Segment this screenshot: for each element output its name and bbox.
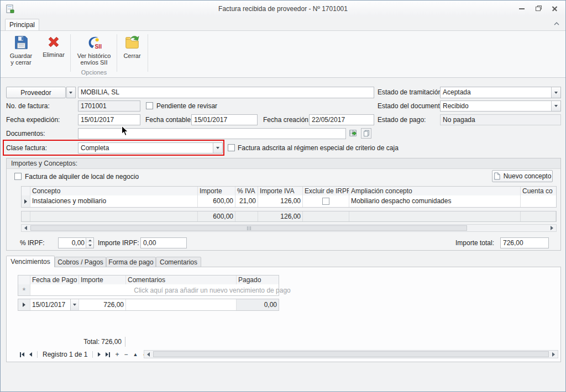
delete-record-icon[interactable]: − [124, 351, 128, 358]
col-importe-iva[interactable]: Importe IVA [258, 187, 303, 195]
edit-record-icon[interactable]: ▲ [133, 351, 138, 358]
delete-label: Eliminar [43, 51, 65, 58]
fecha-creacion-field[interactable]: 22/05/2017 [309, 114, 374, 125]
scroll-left-icon[interactable] [22, 225, 30, 231]
cell-importe[interactable]: 600,00 [198, 195, 235, 207]
first-record-button[interactable] [20, 352, 24, 357]
save-close-button[interactable]: Guardar y cerrar [5, 33, 37, 68]
importe-total-field[interactable]: 726,00 [500, 237, 549, 248]
restore-button[interactable] [534, 5, 542, 13]
criterio-caja-label[interactable]: Factura adscrita al régimen especial de … [238, 142, 399, 153]
estado-documento-combo[interactable]: Recibido [440, 100, 561, 112]
nuevo-concepto-label: Nuevo concepto [504, 172, 552, 180]
vencimientos-hscrollbar[interactable] [144, 350, 558, 358]
spin-up-icon[interactable] [86, 238, 93, 243]
alquiler-checkbox[interactable] [14, 173, 22, 180]
vencimiento-row: 15/01/2017 726,00 0,00 [18, 299, 279, 311]
chevron-down-icon[interactable] [70, 299, 78, 310]
cell-excluir-irpf [303, 195, 349, 207]
cell-fecha-pago[interactable]: 15/01/2017 [30, 299, 79, 310]
fecha-contable-label: Fecha contable: [145, 114, 192, 125]
spin-down-icon[interactable] [86, 243, 93, 248]
importe-irpf-label: Importe IRPF: [98, 237, 139, 248]
alquiler-label[interactable]: Factura de alquiler de local de negocio [25, 171, 139, 182]
collapse-ribbon-icon[interactable] [553, 22, 560, 26]
pendiente-revisar-checkbox[interactable] [146, 102, 153, 109]
importe-irpf-field[interactable]: 0,00 [140, 237, 187, 248]
col-ampliacion[interactable]: Ampliación concepto [349, 187, 521, 195]
cell-ampliacion[interactable]: Mobiliario despacho comunidades [349, 195, 521, 207]
scroll-right-icon[interactable] [548, 225, 556, 231]
chevron-down-icon[interactable] [551, 101, 560, 111]
documentos-field[interactable] [78, 128, 346, 139]
copy-document-button[interactable] [361, 128, 371, 139]
col-concepto[interactable]: Concepto [30, 187, 198, 195]
cell-cuenta[interactable] [521, 195, 556, 207]
proveedor-value-field[interactable]: MOBILIA, SL [78, 87, 374, 98]
irpf-spinner[interactable]: 0,00 [58, 237, 94, 248]
fecha-expedicion-field[interactable]: 15/01/2017 [78, 114, 140, 125]
no-factura-field[interactable]: 1701001 [78, 100, 140, 112]
col-importe[interactable]: Importe [198, 187, 235, 195]
fecha-expedicion-label: Fecha expedición: [6, 114, 60, 125]
close-form-button[interactable]: Cerrar [118, 33, 146, 68]
estado-tramitacion-combo[interactable]: Aceptada [440, 87, 561, 98]
tab-forma-pago[interactable]: Forma de pago [106, 257, 156, 267]
importes-group-title: Importes y Conceptos: [7, 158, 560, 169]
add-record-icon[interactable]: + [115, 351, 119, 358]
fecha-pago-value: 15/01/2017 [32, 301, 65, 309]
sii-history-button[interactable]: SII Ver histórico envíos SII [72, 33, 116, 68]
col-iva[interactable]: % IVA [235, 187, 258, 195]
cell-concepto[interactable]: Instalaciones y mobiliario [30, 195, 198, 207]
current-row-icon [18, 299, 30, 310]
cell-pagado[interactable]: 0,00 [237, 299, 279, 310]
last-record-button[interactable] [106, 352, 110, 357]
prev-record-button[interactable] [29, 352, 32, 357]
pendiente-revisar-label[interactable]: Pendiente de revisar [156, 100, 217, 112]
chevron-down-icon[interactable] [213, 143, 222, 153]
chevron-down-icon[interactable] [551, 87, 560, 98]
next-record-button[interactable] [98, 352, 101, 357]
tab-vencimientos[interactable]: Vencimientos [6, 256, 55, 267]
col-fecha-pago[interactable]: Fecha de Pago [30, 276, 79, 284]
cell-importe[interactable]: 726,00 [79, 299, 126, 310]
spinner-buttons[interactable] [86, 238, 93, 248]
importes-groupbox: Importes y Conceptos: Factura de alquile… [6, 158, 561, 251]
ribbon-separator [148, 34, 148, 72]
scrollbar-thumb[interactable] [153, 351, 549, 357]
col-importe[interactable]: Importe [79, 276, 126, 284]
ribbon: Guardar y cerrar Eliminar SII Ver histór… [1, 30, 565, 78]
scroll-right-icon[interactable] [549, 351, 558, 358]
close-button[interactable] [551, 5, 559, 13]
conceptos-hscrollbar[interactable] [21, 224, 557, 232]
proveedor-button[interactable]: Proveedor [6, 87, 66, 98]
ribbon-tabstrip: Principal [1, 17, 565, 30]
new-row-hint[interactable]: Click aquí para añadir un nuevo vencimie… [30, 285, 395, 296]
scroll-left-icon[interactable] [144, 351, 153, 358]
col-excluir-irpf[interactable]: Excluir de IRPF [303, 187, 349, 195]
irpf-value: 0,00 [72, 239, 85, 247]
cell-comentarios[interactable] [126, 299, 237, 310]
tab-cobros-pagos[interactable]: Cobros / Pagos [55, 257, 106, 267]
cell-importe-iva[interactable]: 126,00 [258, 195, 303, 207]
proveedor-button-label: Proveedor [20, 89, 51, 97]
clase-factura-combo[interactable]: Completa [78, 142, 223, 153]
nuevo-concepto-button[interactable]: Nuevo concepto [492, 170, 553, 182]
scrollbar-thumb[interactable] [30, 225, 467, 231]
minimize-button[interactable] [518, 5, 526, 13]
col-comentarios[interactable]: Comentarios [126, 276, 237, 284]
excluir-irpf-checkbox[interactable] [322, 198, 329, 205]
add-document-button[interactable] [348, 128, 359, 139]
cell-iva[interactable]: 21,00 [235, 195, 258, 207]
tab-principal[interactable]: Principal [5, 19, 39, 30]
proveedor-dropdown[interactable] [66, 87, 76, 98]
delete-button[interactable]: Eliminar [39, 33, 68, 68]
col-pagado[interactable]: Pagado [237, 276, 279, 284]
concepto-row: Instalaciones y mobiliario 600,00 21,00 … [21, 195, 557, 208]
fecha-contable-field[interactable]: 15/01/2017 [191, 114, 258, 125]
col-cuenta[interactable]: Cuenta co [521, 187, 556, 195]
new-document-icon [494, 172, 500, 180]
tab-comentarios[interactable]: Comentarios [156, 257, 201, 267]
criterio-caja-checkbox[interactable] [228, 144, 235, 151]
no-factura-label: No. de factura: [6, 100, 50, 112]
